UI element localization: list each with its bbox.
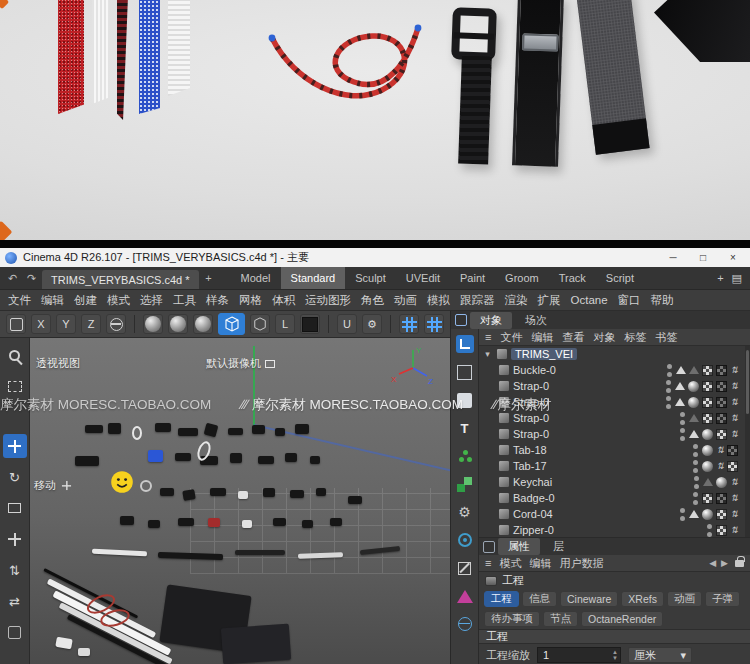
object-row-root[interactable]: ▾ TRIMS_VEI	[479, 346, 750, 362]
tab-attributes[interactable]: 属性	[498, 538, 540, 555]
make-editable-button[interactable]	[218, 313, 245, 335]
phong-tag-icon[interactable]	[703, 478, 713, 486]
visibility-dots[interactable]	[666, 364, 673, 377]
expand-arrow[interactable]: ▾	[482, 349, 493, 359]
move-tool-icon[interactable]	[3, 434, 27, 458]
updown-icon[interactable]: ⇅	[3, 558, 27, 582]
menu-create[interactable]: 创建	[74, 293, 97, 308]
object-row[interactable]: Buckle-0 ⇅	[479, 362, 750, 378]
texture-tag-icon[interactable]	[716, 397, 727, 408]
object-tree[interactable]: ▾ TRIMS_VEI Buckle-0 ⇅ Strap-0 ⇅	[479, 346, 750, 538]
object-name[interactable]: Tab-18	[513, 444, 547, 456]
layout-tab-paint[interactable]: Paint	[450, 267, 495, 289]
object-name[interactable]: Zipper-0	[513, 524, 554, 536]
visibility-dots[interactable]	[706, 524, 713, 537]
object-row[interactable]: Keychai ⇅	[479, 474, 750, 490]
window-titlebar[interactable]: Cinema 4D R26.107 - [TRIMS_VERYBASICS.c4…	[0, 248, 750, 267]
layout-menu-icon[interactable]: ▤	[732, 272, 742, 285]
visibility-dots[interactable]	[679, 428, 686, 441]
visibility-dots[interactable]	[693, 476, 700, 489]
object-name[interactable]: Strap-0	[513, 380, 549, 392]
axis-y-button[interactable]: Y	[56, 314, 76, 334]
material-tag-icon[interactable]	[716, 477, 727, 488]
texture-tag-icon[interactable]	[716, 525, 727, 536]
maximize-button[interactable]: □	[691, 249, 715, 266]
object-name[interactable]: Tab-17	[513, 460, 547, 472]
tab-animation[interactable]: 动画	[667, 591, 702, 607]
workplane-grid-icon[interactable]	[399, 314, 419, 334]
phong-tag-icon[interactable]	[676, 366, 686, 374]
layout-tab-script[interactable]: Script	[596, 267, 644, 289]
visibility-dots[interactable]	[679, 412, 686, 425]
lock-icon[interactable]	[735, 560, 744, 567]
xpresso-tag-icon[interactable]: ⇅	[730, 478, 738, 487]
rotate-icon[interactable]: ↻	[3, 465, 27, 489]
mesh-cube-icon[interactable]	[250, 314, 270, 334]
xpresso-tag-icon[interactable]: ⇅	[730, 510, 738, 519]
object-name[interactable]: Strap-0	[513, 396, 549, 408]
object-name[interactable]: Badge-0	[513, 492, 555, 504]
snap-magnet-icon[interactable]: U	[337, 314, 357, 334]
axis-z-button[interactable]: Z	[81, 314, 101, 334]
object-name[interactable]: Buckle-0	[513, 364, 556, 376]
texture-tag-icon[interactable]	[716, 365, 727, 376]
voxel-cubes-icon[interactable]	[454, 473, 476, 495]
history-back-icon[interactable]: ◀	[709, 558, 716, 568]
object-row[interactable]: Strap-0 ⇅	[479, 410, 750, 426]
project-scale-input[interactable]: 1 ▲▼	[537, 647, 621, 663]
xpresso-tag-icon[interactable]: ⇅	[730, 430, 738, 439]
phong-tag-icon[interactable]	[689, 366, 699, 374]
om-menu-file[interactable]: 文件	[500, 330, 522, 345]
material-tag-icon[interactable]	[702, 461, 713, 472]
close-button[interactable]: ×	[721, 249, 745, 266]
menu-render[interactable]: 渲染	[505, 293, 528, 308]
move-tool-icon[interactable]	[143, 314, 163, 334]
xpresso-tag-icon[interactable]: ⇅	[730, 366, 738, 375]
live-selection-icon[interactable]	[6, 314, 26, 334]
visibility-dots[interactable]	[692, 460, 699, 473]
attr-menu-mode[interactable]: 模式	[499, 556, 521, 571]
object-name[interactable]: Strap-0	[513, 428, 549, 440]
layout-icon[interactable]	[454, 333, 476, 355]
solid-panel-icon[interactable]	[454, 389, 476, 411]
tab-xrefs[interactable]: XRefs	[621, 591, 664, 607]
color-swatch[interactable]	[300, 314, 320, 334]
phong-tag-icon[interactable]	[675, 398, 685, 406]
snap-grid-icon[interactable]	[424, 314, 444, 334]
gear-icon[interactable]: ⚙	[454, 501, 476, 523]
menu-select[interactable]: 选择	[140, 293, 163, 308]
object-row[interactable]: Tab-17 ⇅	[479, 458, 750, 474]
menu-animate[interactable]: 动画	[394, 293, 417, 308]
texture-tag-icon[interactable]	[716, 493, 727, 504]
xpresso-tag-icon[interactable]: ⇅	[730, 414, 738, 423]
om-menu-edit[interactable]: 编辑	[531, 330, 553, 345]
menu-tracker[interactable]: 跟踪器	[460, 293, 495, 308]
material-tag-icon[interactable]	[702, 509, 713, 520]
object-row[interactable]: Badge-0 ⇅	[479, 490, 750, 506]
viewport-canvas[interactable]: 透视视图 默认摄像机 移动 Y Z X	[30, 338, 450, 664]
add-document-button[interactable]: +	[201, 272, 217, 284]
xpresso-tag-icon[interactable]: ⇅	[730, 398, 738, 407]
material-tag-icon[interactable]	[702, 429, 713, 440]
visibility-dots[interactable]	[679, 508, 686, 521]
tab-cineware[interactable]: Cineware	[560, 591, 618, 607]
gear-icon[interactable]: ⚙	[362, 314, 382, 334]
object-row[interactable]: Cord-04 ⇅	[479, 506, 750, 522]
tab-bullet[interactable]: 子弹	[705, 591, 740, 607]
layout-tab-uvedit[interactable]: UVEdit	[396, 267, 450, 289]
texture-tag-icon[interactable]	[716, 381, 727, 392]
texture-tag-icon[interactable]	[727, 461, 738, 472]
attr-menu-userdata[interactable]: 用户数据	[559, 556, 603, 571]
object-row[interactable]: Strap-0 ⇅	[479, 394, 750, 410]
menu-extensions[interactable]: 扩展	[538, 293, 561, 308]
unit-dropdown[interactable]: 厘米 ▾	[628, 647, 692, 663]
menu-mograph[interactable]: 运动图形	[305, 293, 351, 308]
text-tool-icon[interactable]: T	[454, 417, 476, 439]
redo-icon[interactable]: ↷	[23, 272, 40, 285]
menu-mesh[interactable]: 网格	[239, 293, 262, 308]
menu-edit[interactable]: 编辑	[41, 293, 64, 308]
spinner-icon[interactable]: ▲▼	[612, 649, 618, 661]
om-menu-view[interactable]: 查看	[562, 330, 584, 345]
scale-tool-icon[interactable]	[168, 314, 188, 334]
material-tag-icon[interactable]	[702, 445, 713, 456]
